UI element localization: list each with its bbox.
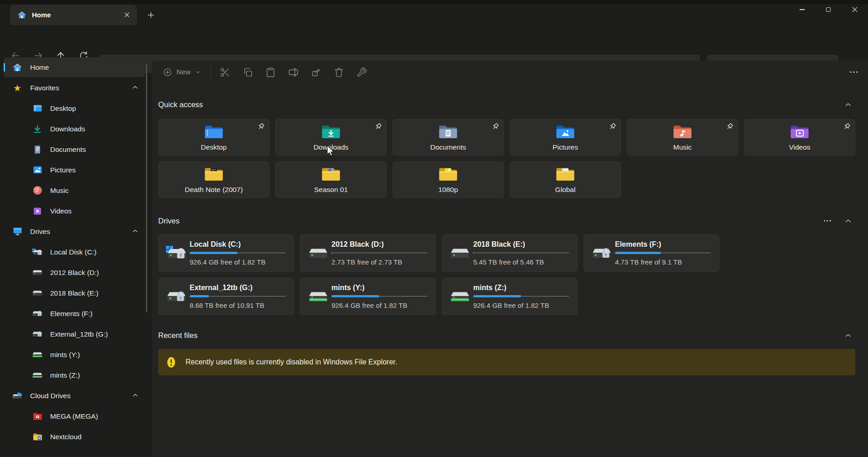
quick-access-tile-season-01[interactable]: Season 01 xyxy=(275,161,387,198)
share-button[interactable] xyxy=(311,67,321,78)
sidebar-scrollbar[interactable] xyxy=(146,64,147,312)
sidebar-item-external-12tb-g[interactable]: External_12tb (G:) xyxy=(4,324,145,344)
quick-access-tile-desktop[interactable]: Desktop xyxy=(158,119,269,156)
sidebar-item-label: Local Disk (C:) xyxy=(50,248,97,256)
drive-free-space: 2.73 TB free of 2.73 TB xyxy=(331,258,427,266)
drives-more-button[interactable] xyxy=(823,216,832,225)
minimize-button[interactable] xyxy=(789,0,815,19)
drive-free-space: 926.4 GB free of 1.82 TB xyxy=(331,301,427,309)
pin-icon xyxy=(726,123,734,130)
quick-access-tile-documents[interactable]: Documents xyxy=(393,119,504,156)
sidebar-item-label: mints (Y:) xyxy=(50,351,80,359)
collapse-quick-access-button[interactable] xyxy=(844,100,852,109)
sidebar-item-2018-black-e[interactable]: 2018 Black (E:) xyxy=(4,283,145,303)
sidebar-item-cloud-drives[interactable]: Cloud Drives xyxy=(4,386,145,405)
sidebar-item-pictures[interactable]: Pictures xyxy=(4,160,145,180)
chevron-up-icon[interactable] xyxy=(131,391,139,399)
drive-tile-mints-y[interactable]: mints (Y:) 926.4 GB free of 1.82 TB xyxy=(300,278,436,315)
tab-close-button[interactable] xyxy=(120,9,133,21)
sidebar-item-mega[interactable]: M MEGA (MEGA) xyxy=(4,406,145,426)
chevron-up-icon[interactable] xyxy=(131,227,139,235)
new-tab-button[interactable] xyxy=(145,9,157,21)
home-icon xyxy=(12,62,23,73)
quick-access-tile-music[interactable]: Music xyxy=(627,119,738,156)
drive-usage-bar xyxy=(331,252,427,254)
drive-usage-bar xyxy=(190,295,285,297)
sidebar-item-videos[interactable]: Videos xyxy=(4,201,145,221)
sidebar-item-label: Music xyxy=(50,187,68,195)
sidebar-item-label: Favorites xyxy=(30,84,59,92)
tab-home[interactable]: Home xyxy=(10,5,137,25)
drive-tile-mints-z[interactable]: mints (Z:) 926.4 GB free of 1.82 TB xyxy=(442,278,578,315)
quick-access-tile-pictures[interactable]: Pictures xyxy=(510,119,621,156)
quick-access-tile-downloads[interactable]: Downloads xyxy=(275,119,387,156)
pin-icon xyxy=(609,123,616,130)
titlebar: Home xyxy=(0,0,868,25)
collapse-recent-files-button[interactable] xyxy=(844,331,852,340)
drive-free-space: 926.4 GB free of 1.82 TB xyxy=(473,301,569,309)
warning-text: Recently used files is currently disable… xyxy=(186,358,397,366)
drive-lock-icon xyxy=(589,246,615,260)
quick-access-grid: Desktop Downloads xyxy=(158,119,861,198)
sidebar-item-home[interactable]: Home xyxy=(4,57,145,77)
sidebar-item-documents[interactable]: Documents xyxy=(4,140,145,159)
rename-button[interactable] xyxy=(288,67,299,78)
pin-icon xyxy=(257,123,265,130)
minimize-icon xyxy=(800,9,805,10)
section-title: Drives xyxy=(158,217,180,225)
sidebar-item-label: External_12tb (G:) xyxy=(50,330,108,338)
folder-yellow-thumbnail-icon xyxy=(321,166,341,182)
quick-access-tile-death-note[interactable]: Death Note (2007) xyxy=(158,161,269,198)
sidebar-item-nextcloud[interactable]: Nextcloud xyxy=(4,427,145,447)
toolbar-more-button[interactable] xyxy=(849,67,859,77)
sidebar-item-label: Nextcloud xyxy=(50,433,82,441)
quick-access-tile-videos[interactable]: Videos xyxy=(744,119,855,156)
sidebar-item-local-disk-c[interactable]: Local Disk (C:) xyxy=(4,242,145,262)
sidebar-item-label: 2018 Black (E:) xyxy=(50,289,98,297)
copy-button[interactable] xyxy=(243,67,253,78)
drive-usage-bar xyxy=(331,295,427,297)
cut-button[interactable] xyxy=(220,67,230,78)
sidebar-item-music[interactable]: ♪ Music xyxy=(4,181,145,200)
sidebar-item-downloads[interactable]: Downloads xyxy=(4,119,145,139)
drive-tile-external-12tb-g[interactable]: External_12tb (G:) 8.68 TB free of 10.91… xyxy=(158,278,294,315)
drive-usage-bar xyxy=(473,295,569,297)
collapse-drives-button[interactable] xyxy=(844,217,852,225)
monitor-icon xyxy=(12,226,23,237)
nextcloud-folder-icon xyxy=(32,431,43,442)
chevron-up-icon[interactable] xyxy=(131,83,139,91)
drive-tile-2012-black-d[interactable]: 2012 Black (D:) 2.73 TB free of 2.73 TB xyxy=(300,234,436,272)
quick-access-tile-1080p[interactable]: 1080p xyxy=(393,161,504,198)
folder-yellow-plain-icon xyxy=(556,166,575,182)
close-icon xyxy=(852,7,858,12)
drive-tile-local-disk-c[interactable]: Local Disk (C:) 926.4 GB free of 1.82 TB xyxy=(158,234,294,272)
sidebar-item-desktop[interactable]: Desktop xyxy=(4,99,145,118)
new-button[interactable]: New xyxy=(163,68,201,77)
tile-label: Videos xyxy=(744,143,855,151)
sidebar-item-drives[interactable]: Drives xyxy=(4,222,145,241)
sidebar-item-favorites[interactable]: ★ Favorites xyxy=(4,78,145,98)
home-content: Quick access Desktop xyxy=(152,83,868,375)
sidebar-item-2012-black-d[interactable]: 2012 Black (D:) xyxy=(4,263,145,282)
sidebar-item-label: Desktop xyxy=(50,104,76,113)
delete-button[interactable] xyxy=(334,67,344,78)
downloads-icon xyxy=(32,124,43,135)
drive-icon xyxy=(305,246,331,260)
tools-button[interactable] xyxy=(356,67,367,78)
drive-tile-elements-f[interactable]: Elements (F:) 4.73 TB free of 9.1 TB xyxy=(584,234,719,272)
command-toolbar: New xyxy=(152,61,868,83)
quick-access-tile-global[interactable]: Global xyxy=(510,161,621,198)
sidebar-item-elements-f[interactable]: Elements (F:) xyxy=(4,304,145,323)
sidebar-item-mints-z[interactable]: mints (Z:) xyxy=(4,365,145,385)
drive-tile-2018-black-e[interactable]: 2018 Black (E:) 5.45 TB free of 5.46 TB xyxy=(442,234,578,272)
maximize-button[interactable] xyxy=(815,0,842,19)
drive-name: mints (Z:) xyxy=(473,284,569,292)
close-button[interactable] xyxy=(842,0,868,19)
drive-usage-bar xyxy=(190,252,285,254)
chevron-up-icon xyxy=(844,331,852,340)
sidebar-item-mints-y[interactable]: mints (Y:) xyxy=(4,345,145,364)
wrench-icon xyxy=(356,67,367,78)
scissors-icon xyxy=(220,67,230,78)
folder-pictures-icon xyxy=(556,124,575,139)
paste-button[interactable] xyxy=(265,67,276,78)
